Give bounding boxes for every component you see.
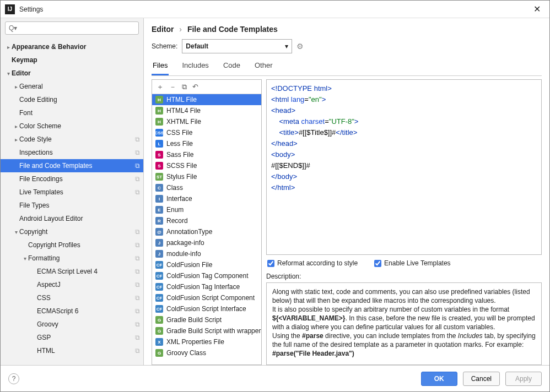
description-box[interactable]: Along with static text, code and comment… <box>266 282 542 365</box>
filetype-icon: I <box>155 195 163 203</box>
sidebar-item[interactable]: ▸Appearance & Behavior <box>1 40 143 53</box>
sidebar-item[interactable]: Copyright Profiles⧉ <box>1 238 143 252</box>
template-item[interactable]: SSass File <box>152 149 261 160</box>
template-item[interactable]: Jpackage-info <box>152 237 261 248</box>
tab-includes[interactable]: Includes <box>181 58 209 75</box>
app-icon: IJ <box>5 4 15 14</box>
template-item[interactable]: XXML Properties File <box>152 336 261 347</box>
sidebar-item[interactable]: Keymap <box>1 53 143 67</box>
template-label: Gradle Build Script with wrapper <box>166 327 261 335</box>
template-label: Gradle Build Script <box>166 316 222 324</box>
sidebar-item[interactable]: ▸General <box>1 80 143 93</box>
sidebar-item[interactable]: Inspections⧉ <box>1 146 143 159</box>
sidebar-item[interactable]: ▸Code Style⧉ <box>1 133 143 146</box>
template-item[interactable]: CFColdFusion Tag Component <box>152 270 261 281</box>
template-item[interactable]: HHTML File <box>152 94 261 105</box>
breadcrumb: Editor › File and Code Templates <box>152 23 542 39</box>
arrow-icon: ▾ <box>21 255 28 262</box>
search-input[interactable] <box>5 21 139 35</box>
template-item[interactable]: HXHTML File <box>152 116 261 127</box>
gear-icon[interactable]: ⚙ <box>296 42 304 51</box>
cancel-button[interactable]: Cancel <box>463 372 500 386</box>
template-item[interactable]: EEnum <box>152 204 261 215</box>
sidebar-item[interactable]: HTML⧉ <box>1 344 143 357</box>
template-label: SCSS File <box>166 162 197 170</box>
template-item[interactable]: RRecord <box>152 215 261 226</box>
breadcrumb-root: Editor <box>152 25 174 34</box>
sidebar-item-label: Groovy <box>37 320 133 328</box>
sidebar-item[interactable]: Android Layout Editor <box>1 212 143 225</box>
sidebar-item[interactable]: File Encodings⧉ <box>1 172 143 186</box>
template-item[interactable]: @AnnotationType <box>152 226 261 237</box>
sidebar-item[interactable]: ECMAScript 6⧉ <box>1 304 143 318</box>
sidebar-item[interactable]: CSS⧉ <box>1 291 143 304</box>
apply-button[interactable]: Apply <box>505 372 542 386</box>
template-item[interactable]: HHTML4 File <box>152 105 261 116</box>
sidebar-item-label: Code Style <box>19 135 133 143</box>
template-item[interactable]: IInterface <box>152 193 261 204</box>
template-item[interactable]: GGroovy Class <box>152 347 261 358</box>
template-item[interactable]: STStylus File <box>152 171 261 182</box>
tabs: FilesIncludesCodeOther <box>152 58 542 76</box>
sidebar-item[interactable]: Groovy⧉ <box>1 318 143 331</box>
arrow-icon: ▸ <box>13 84 19 90</box>
sidebar-item[interactable]: ▾Editor <box>1 67 143 80</box>
live-templates-checkbox[interactable]: Enable Live Templates <box>374 259 451 267</box>
template-label: Sass File <box>166 151 193 159</box>
scope-icon: ⧉ <box>135 149 140 156</box>
ok-button[interactable]: OK <box>421 372 457 386</box>
template-item[interactable]: GGradle Build Script <box>152 314 261 325</box>
template-item[interactable]: Jmodule-info <box>152 248 261 259</box>
sidebar-item[interactable]: AspectJ⧉ <box>1 278 143 291</box>
settings-tree[interactable]: ▸Appearance & BehaviorKeymap▾Editor▸Gene… <box>1 38 143 365</box>
arrow-icon: ▾ <box>5 70 12 77</box>
sidebar-item[interactable]: Live Templates⧉ <box>1 186 143 199</box>
sidebar-item[interactable]: Font <box>1 106 143 119</box>
template-item[interactable]: CFColdFusion Script Component <box>152 292 261 303</box>
description-label: Description: <box>266 271 542 282</box>
sidebar-item[interactable]: ▾Formatting⧉ <box>1 252 143 265</box>
sidebar-item[interactable]: Code Editing <box>1 93 143 106</box>
sidebar-item[interactable]: File Types <box>1 199 143 212</box>
template-item[interactable]: CFColdFusion Tag Interface <box>152 281 261 292</box>
sidebar-item[interactable]: ▸Color Scheme <box>1 119 143 133</box>
sidebar-item-label: Formatting <box>28 254 133 262</box>
template-item[interactable]: CFColdFusion File <box>152 259 261 270</box>
arrow-icon: ▾ <box>13 229 19 235</box>
sidebar-item[interactable]: ECMA Script Level 4⧉ <box>1 265 143 278</box>
sidebar-item-label: CSS <box>37 294 133 302</box>
sidebar-item-label: Copyright <box>19 228 133 236</box>
template-item[interactable]: LLess File <box>152 138 261 149</box>
filetype-icon: CF <box>155 261 163 269</box>
undo-icon[interactable]: ↶ <box>192 83 198 91</box>
scheme-select[interactable]: Default ▾ <box>182 39 292 53</box>
scope-icon: ⧉ <box>135 320 140 328</box>
window-title: Settings <box>19 6 529 13</box>
tab-files[interactable]: Files <box>152 58 169 75</box>
scope-icon: ⧉ <box>135 334 140 341</box>
sidebar-item[interactable]: ▾Copyright⧉ <box>1 225 143 238</box>
template-item[interactable]: CClass <box>152 182 261 193</box>
close-icon[interactable]: ✕ <box>529 3 545 15</box>
sidebar-item[interactable]: GSP⧉ <box>1 331 143 344</box>
template-item[interactable]: CFColdFusion Script Interface <box>152 303 261 314</box>
template-item[interactable]: SSCSS File <box>152 160 261 171</box>
template-item[interactable]: GGradle Build Script with wrapper <box>152 325 261 336</box>
filetype-icon: CSS <box>155 129 163 137</box>
template-list[interactable]: HHTML FileHHTML4 FileHXHTML FileCSSCSS F… <box>152 94 261 364</box>
reformat-checkbox[interactable]: Reformat according to style <box>267 259 358 267</box>
template-label: module-info <box>166 250 201 258</box>
remove-icon[interactable]: － <box>169 82 176 92</box>
tab-other[interactable]: Other <box>254 58 274 75</box>
tab-code[interactable]: Code <box>222 58 241 75</box>
template-label: XHTML File <box>166 118 201 126</box>
sidebar-item[interactable]: File and Code Templates⧉ <box>1 159 143 172</box>
arrow-icon: ▸ <box>13 123 19 129</box>
template-item[interactable]: CSSCSS File <box>152 127 261 138</box>
template-editor[interactable]: <!DOCTYPE html> <html lang="en"> <head> … <box>266 79 542 255</box>
add-icon[interactable]: ＋ <box>157 82 164 92</box>
help-icon[interactable]: ? <box>8 373 19 384</box>
filetype-icon: G <box>155 327 163 335</box>
copy-icon[interactable]: ⧉ <box>182 83 187 91</box>
sidebar-item-label: General <box>19 83 140 90</box>
